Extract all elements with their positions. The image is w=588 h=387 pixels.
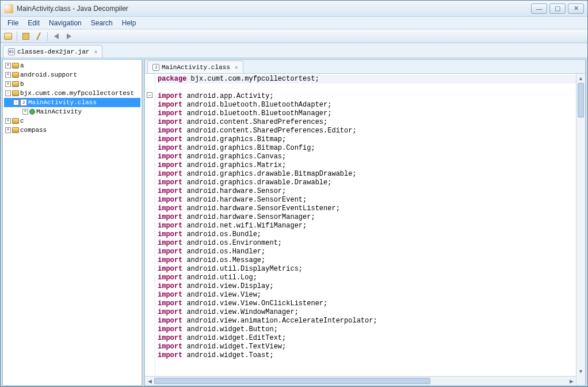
tree-node[interactable]: + a: [4, 61, 140, 70]
fold-collapse-icon[interactable]: −: [147, 92, 152, 98]
menu-search[interactable]: Search: [87, 18, 116, 28]
jar-tabbar: 01 classes-dex2jar.jar ✕: [1, 43, 587, 58]
tree-node[interactable]: + android.support: [4, 70, 140, 79]
window-controls: — ▢ ✕: [531, 3, 584, 14]
tree-node[interactable]: + MainActivity: [4, 107, 140, 116]
expand-icon[interactable]: +: [5, 81, 11, 87]
wand-icon: [36, 32, 41, 40]
jar-tab[interactable]: 01 classes-dex2jar.jar ✕: [3, 45, 102, 58]
editor-tab-label: MainActivity.class: [162, 64, 230, 71]
scroll-left-icon[interactable]: ◀: [145, 377, 154, 385]
package-icon: [12, 81, 19, 87]
window-title: MainActivity.class - Java Decompiler: [17, 5, 531, 13]
titlebar: MainActivity.class - Java Decompiler — ▢…: [1, 1, 587, 17]
save-button[interactable]: [21, 31, 31, 41]
back-button[interactable]: [51, 31, 62, 41]
class-file-icon: J: [20, 99, 27, 106]
disk-icon: [22, 33, 29, 40]
scroll-right-icon[interactable]: ▶: [567, 377, 576, 385]
arrow-left-icon: [54, 33, 59, 39]
tree-node[interactable]: - bjx.cumt.com.myfpcollectortest: [4, 89, 140, 98]
package-icon: [12, 63, 19, 69]
horizontal-scrollbar[interactable]: ◀ ▶: [145, 376, 576, 385]
tree-node[interactable]: -J MainActivity.class: [4, 98, 140, 107]
vertical-scrollbar[interactable]: ▲ ▼: [576, 74, 585, 385]
tree-label: MainActivity.class: [28, 99, 97, 106]
toolbar-separator: [47, 32, 48, 41]
package-icon: [12, 72, 19, 78]
expand-icon[interactable]: +: [5, 127, 11, 133]
close-icon[interactable]: ✕: [94, 48, 97, 55]
scroll-thumb[interactable]: [154, 378, 430, 384]
open-icon: [4, 33, 12, 40]
expand-icon[interactable]: +: [5, 72, 11, 78]
package-icon: [12, 118, 19, 124]
expand-icon[interactable]: +: [22, 109, 28, 115]
tree-node[interactable]: + c: [4, 116, 140, 126]
open-file-button[interactable]: [3, 31, 13, 41]
toolbar-separator: [17, 32, 17, 41]
tree-label: c: [20, 117, 24, 124]
class-icon: [29, 109, 35, 115]
toolbar: [1, 29, 587, 43]
app-icon: [4, 4, 13, 13]
source-code[interactable]: package bjx.cumt.com.myfpcollectortest; …: [145, 74, 585, 361]
menu-edit[interactable]: Edit: [24, 18, 43, 28]
editor-tab[interactable]: J MainActivity.class ✕: [147, 60, 243, 73]
editor-area: − package bjx.cumt.com.myfpcollectortest…: [145, 74, 585, 385]
tree-node[interactable]: + compass: [4, 126, 140, 135]
code-viewport[interactable]: − package bjx.cumt.com.myfpcollectortest…: [145, 74, 585, 385]
minimize-button[interactable]: —: [531, 3, 547, 14]
fold-gutter: −: [145, 74, 155, 385]
package-icon: [12, 90, 19, 96]
package-icon: [12, 127, 19, 133]
editor-panel: J MainActivity.class ✕ − package bjx.cum…: [144, 59, 586, 386]
close-button[interactable]: ✕: [568, 3, 584, 14]
menubar: FileEditNavigationSearchHelp: [1, 17, 587, 29]
maximize-button[interactable]: ▢: [549, 3, 566, 14]
collapse-icon[interactable]: -: [5, 90, 11, 96]
collapse-icon[interactable]: -: [13, 100, 19, 105]
tree-label: android.support: [20, 71, 77, 78]
tree-node[interactable]: + b: [4, 79, 140, 89]
menu-help[interactable]: Help: [119, 18, 140, 28]
editor-tabbar: J MainActivity.class ✕: [145, 60, 585, 74]
scroll-up-icon[interactable]: ▲: [576, 74, 585, 83]
tree-label: a: [20, 62, 24, 69]
tree-label: bjx.cumt.com.myfpcollectortest: [20, 90, 134, 97]
forward-button[interactable]: [64, 31, 74, 41]
search-button[interactable]: [33, 31, 44, 41]
menu-file[interactable]: File: [4, 18, 22, 28]
menu-navigation[interactable]: Navigation: [45, 18, 85, 28]
tree-label: b: [20, 81, 24, 88]
tree-label: compass: [20, 127, 47, 134]
expand-icon[interactable]: +: [5, 118, 11, 124]
package-explorer[interactable]: + a+ android.support+ b- bjx.cumt.com.my…: [2, 59, 143, 386]
jar-tab-label: classes-dex2jar.jar: [17, 48, 89, 55]
scroll-thumb[interactable]: [578, 83, 584, 117]
main-area: + a+ android.support+ b- bjx.cumt.com.my…: [1, 58, 587, 387]
scroll-down-icon[interactable]: ▼: [576, 367, 585, 376]
expand-icon[interactable]: +: [5, 63, 11, 69]
close-icon[interactable]: ✕: [235, 64, 238, 71]
tree-label: MainActivity: [36, 108, 82, 115]
class-icon: J: [152, 64, 159, 71]
jar-icon: 01: [8, 48, 15, 55]
arrow-right-icon: [67, 33, 71, 39]
